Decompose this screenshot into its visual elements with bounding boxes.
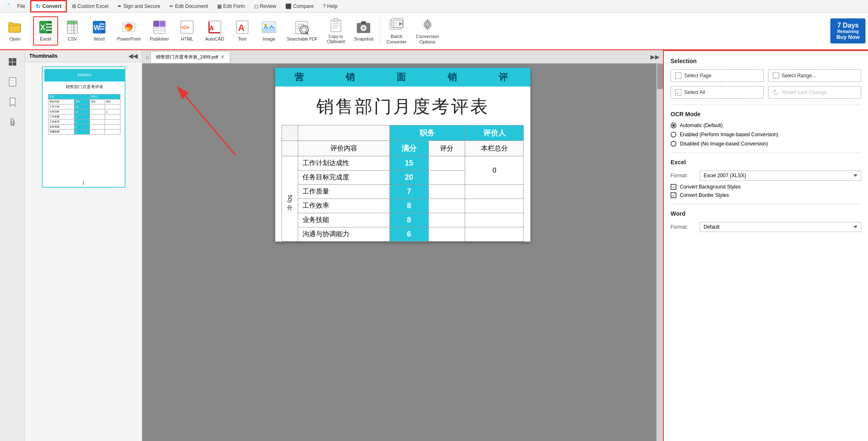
doc-nav-home[interactable]: ⌂ <box>144 52 151 62</box>
doc-nav-expand[interactable]: ▶▶ <box>649 52 661 62</box>
scroll-bar[interactable] <box>656 64 663 441</box>
sidebar-page-icon[interactable] <box>4 74 21 90</box>
convert-border-styles-checkbox[interactable]: ✓ Convert Border Styles <box>671 192 861 198</box>
searchable-pdf-button[interactable]: Searchable PDF <box>283 17 321 45</box>
snapshot-button[interactable]: Snapshot <box>350 17 377 45</box>
conversion-options-button[interactable]: ConversionOptions <box>412 14 443 48</box>
svg-rect-51 <box>332 23 340 24</box>
left-sidebar <box>0 50 25 441</box>
doc-tabs: ⌂ 销售部门月度考评表_2499.pdf ✕ ▶▶ <box>142 50 663 64</box>
word-section-title: Word <box>671 210 861 217</box>
autocad-button[interactable]: A AutoCAD <box>201 17 228 45</box>
select-range-button[interactable]: ... Select Range... <box>768 69 861 82</box>
table-cell-eval-4 <box>429 199 465 213</box>
svg-rect-48 <box>297 28 302 29</box>
select-page-button[interactable]: Select Page <box>671 69 764 82</box>
sidebar-attach-icon[interactable] <box>4 114 21 130</box>
doc-area: ⌂ 销售部门月度考评表_2499.pdf ✕ ▶▶ 营 销 面 销 评 <box>142 50 663 441</box>
sidebar-bookmark-icon[interactable] <box>4 94 21 110</box>
open-folder-icon <box>8 20 23 35</box>
html-button[interactable]: </> HTML <box>174 17 200 45</box>
thumbnail-collapse-btn[interactable]: ◀◀ <box>128 53 138 59</box>
powerpoint-icon <box>121 20 136 35</box>
excel-button[interactable]: X Excel <box>33 16 58 45</box>
menu-compare[interactable]: ⬛ Compare <box>281 2 318 11</box>
svg-point-40 <box>264 24 267 26</box>
word-button[interactable]: W Word <box>87 17 112 45</box>
grid-view-icon[interactable] <box>4 54 21 70</box>
word-format-label: Format: <box>671 224 696 230</box>
menu-help[interactable]: ? Help <box>319 2 342 11</box>
open-button[interactable]: Open <box>3 17 28 45</box>
convert-bg-styles-check[interactable]: ✓ <box>671 184 676 190</box>
menu-review[interactable]: ◻ Review <box>250 2 281 11</box>
svg-rect-73 <box>676 73 681 79</box>
doc-tab-main[interactable]: 销售部门月度考评表_2499.pdf ✕ <box>151 51 230 63</box>
svg-rect-2 <box>9 23 13 26</box>
publisher-button[interactable]: Publisher <box>146 17 173 45</box>
select-all-button[interactable]: ✓ Select All <box>671 86 764 99</box>
menu-sign-secure[interactable]: ✒ Sign and Secure <box>113 2 164 11</box>
svg-rect-50 <box>333 18 338 22</box>
ocr-disabled-radio[interactable] <box>671 141 676 147</box>
convert-bg-styles-checkbox[interactable]: ✓ Convert Background Styles <box>671 184 861 190</box>
doc-scroll[interactable]: 营 销 面 销 评 销售部门月度考评表 <box>142 64 663 441</box>
text-button[interactable]: A Text <box>230 17 255 45</box>
text-icon: A <box>235 20 250 35</box>
ocr-enabled-option[interactable]: Enabled (Perform Image-based Conversion) <box>671 132 861 138</box>
svg-point-59 <box>362 27 365 29</box>
ocr-disabled-option[interactable]: Disabled (No Image-based Conversion) <box>671 141 861 147</box>
ocr-automatic-radio[interactable] <box>671 122 676 128</box>
clipboard-icon <box>328 18 343 33</box>
powerpoint-button[interactable]: PowerPoint <box>113 17 144 45</box>
thumbnail-page-1[interactable]: 营销面销评 销售部门月度考评表 职务评价人 评价内容满分评分本栏 工作计划15 … <box>42 66 125 188</box>
table-row: 沟通与协调能力 6 <box>282 227 524 242</box>
ocr-mode-section: OCR Mode Automatic (Default) Enabled (Pe… <box>671 111 861 147</box>
table-cell-label-3: 工作质量 <box>298 185 389 199</box>
excel-format-label: Format: <box>671 173 696 178</box>
sign-secure-icon: ✒ <box>118 3 122 9</box>
excel-icon: X <box>38 20 53 35</box>
svg-text:A: A <box>238 23 245 33</box>
table-cell-eval-3 <box>429 185 465 199</box>
thumbnail-panel: Thumbnails ◀◀ 营销面销评 销售部门月度考评表 职务评价人 评价内容… <box>25 50 142 441</box>
excel-format-select[interactable]: Excel 2007 (XLSX) Excel 97-2003 (XLS) <box>700 171 861 181</box>
menu-edit-form[interactable]: ▦ Edit Form <box>213 2 249 11</box>
right-panel: Selection Select Page ... Select Range..… <box>663 50 868 441</box>
svg-point-44 <box>302 27 307 32</box>
divider-2 <box>671 153 861 153</box>
table-sub-pingfen: 评分 <box>429 141 465 156</box>
svg-rect-52 <box>332 25 340 26</box>
image-button[interactable]: Image <box>256 17 282 45</box>
scroll-thumb[interactable] <box>657 64 663 89</box>
table-cell-total-group: 0 <box>465 156 524 185</box>
word-format-select[interactable]: Default Word 2007 (DOCX) Word 97-2003 (D… <box>700 222 861 232</box>
svg-point-66 <box>425 23 430 27</box>
svg-marker-78 <box>775 89 776 91</box>
custom-excel-icon: ⊞ <box>72 3 76 9</box>
csv-button[interactable]: CSV <box>60 17 85 45</box>
table-cell-eval-2 <box>429 171 465 185</box>
revert-last-change-button[interactable]: Revert Last Change <box>768 86 861 99</box>
table-cell-total-4 <box>465 199 524 213</box>
ocr-enabled-radio[interactable] <box>671 132 676 138</box>
table-row: 业务技能 8 <box>282 213 524 227</box>
svg-text:X: X <box>40 23 45 32</box>
table-cell-eval-1 <box>429 156 465 171</box>
table-col-rowlabel <box>282 125 298 141</box>
ocr-automatic-option[interactable]: Automatic (Default) <box>671 122 861 128</box>
menu-edit-document[interactable]: ✏ Edit Document <box>165 2 212 11</box>
edit-form-icon: ▦ <box>217 3 222 9</box>
menu-convert[interactable]: ↻ Convert <box>30 0 67 13</box>
excel-section: Excel Format: Excel 2007 (XLSX) Excel 97… <box>671 159 861 198</box>
buy-now-button[interactable]: 7 Days Remaining Buy Now <box>830 18 865 43</box>
copy-to-clipboard-button[interactable]: Copy toClipboard <box>323 15 348 47</box>
convert-border-styles-check[interactable]: ✓ <box>671 192 676 198</box>
table-cell-label-1: 工作计划达成性 <box>298 156 389 171</box>
menu-custom-excel[interactable]: ⊞ Custom Excel <box>68 2 113 11</box>
table-cell-score-6: 6 <box>389 227 429 242</box>
batch-converter-button[interactable]: BatchConverter <box>383 14 410 48</box>
tab-close-btn[interactable]: ✕ <box>220 54 225 60</box>
menu-file[interactable]: File <box>13 2 29 11</box>
convert-refresh-icon: ↻ <box>36 3 41 10</box>
